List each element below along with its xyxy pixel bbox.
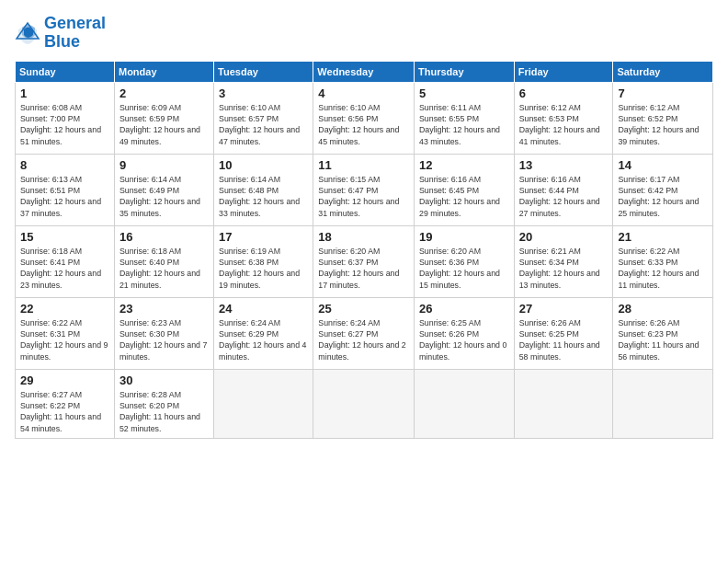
logo: General Blue: [15, 15, 106, 52]
calendar-cell: 12 Sunrise: 6:16 AM Sunset: 6:45 PM Dayl…: [414, 154, 514, 225]
calendar-cell: [613, 369, 713, 438]
calendar-cell: 20 Sunrise: 6:21 AM Sunset: 6:34 PM Dayl…: [514, 225, 613, 297]
day-info: Sunrise: 6:20 AM Sunset: 6:36 PM Dayligh…: [419, 246, 509, 291]
calendar-cell: 26 Sunrise: 6:25 AM Sunset: 6:26 PM Dayl…: [414, 297, 514, 369]
day-info: Sunrise: 6:25 AM Sunset: 6:26 PM Dayligh…: [419, 317, 509, 362]
day-info: Sunrise: 6:20 AM Sunset: 6:37 PM Dayligh…: [318, 246, 409, 291]
day-number: 11: [318, 158, 409, 172]
calendar-cell: 16 Sunrise: 6:18 AM Sunset: 6:40 PM Dayl…: [114, 225, 213, 297]
calendar-cell: [514, 369, 613, 438]
calendar-cell: 10 Sunrise: 6:14 AM Sunset: 6:48 PM Dayl…: [214, 154, 313, 225]
calendar-week-row: 8 Sunrise: 6:13 AM Sunset: 6:51 PM Dayli…: [16, 154, 713, 225]
day-info: Sunrise: 6:14 AM Sunset: 6:48 PM Dayligh…: [219, 174, 308, 219]
day-number: 2: [119, 86, 209, 100]
logo-text: General Blue: [44, 15, 106, 52]
day-number: 8: [20, 158, 109, 172]
calendar-cell: 22 Sunrise: 6:22 AM Sunset: 6:31 PM Dayl…: [16, 297, 115, 369]
day-info: Sunrise: 6:12 AM Sunset: 6:52 PM Dayligh…: [618, 102, 708, 147]
day-info: Sunrise: 6:26 AM Sunset: 6:25 PM Dayligh…: [519, 317, 609, 362]
day-number: 20: [519, 230, 609, 244]
col-sunday: Sunday: [16, 61, 115, 82]
day-info: Sunrise: 6:08 AM Sunset: 7:00 PM Dayligh…: [20, 102, 109, 147]
calendar-cell: 17 Sunrise: 6:19 AM Sunset: 6:38 PM Dayl…: [214, 225, 313, 297]
calendar-cell: 28 Sunrise: 6:26 AM Sunset: 6:23 PM Dayl…: [613, 297, 713, 369]
calendar-header-row: Sunday Monday Tuesday Wednesday Thursday…: [16, 61, 713, 82]
day-number: 12: [419, 158, 509, 172]
day-number: 21: [618, 230, 708, 244]
day-info: Sunrise: 6:22 AM Sunset: 6:31 PM Dayligh…: [20, 317, 109, 362]
calendar-cell: 21 Sunrise: 6:22 AM Sunset: 6:33 PM Dayl…: [613, 225, 713, 297]
day-number: 5: [419, 86, 509, 100]
day-info: Sunrise: 6:10 AM Sunset: 6:57 PM Dayligh…: [219, 102, 308, 147]
day-number: 27: [519, 302, 609, 316]
day-info: Sunrise: 6:18 AM Sunset: 6:40 PM Dayligh…: [119, 246, 209, 291]
col-thursday: Thursday: [414, 61, 514, 82]
day-info: Sunrise: 6:24 AM Sunset: 6:27 PM Dayligh…: [318, 317, 409, 362]
day-number: 4: [318, 86, 409, 100]
col-tuesday: Tuesday: [214, 61, 313, 82]
day-number: 30: [119, 373, 209, 387]
calendar-week-row: 29 Sunrise: 6:27 AM Sunset: 6:22 PM Dayl…: [16, 369, 713, 438]
day-info: Sunrise: 6:27 AM Sunset: 6:22 PM Dayligh…: [20, 389, 109, 434]
calendar-cell: [214, 369, 313, 438]
day-info: Sunrise: 6:13 AM Sunset: 6:51 PM Dayligh…: [20, 174, 109, 219]
col-saturday: Saturday: [613, 61, 713, 82]
calendar-cell: 13 Sunrise: 6:16 AM Sunset: 6:44 PM Dayl…: [514, 154, 613, 225]
calendar-week-row: 1 Sunrise: 6:08 AM Sunset: 7:00 PM Dayli…: [16, 82, 713, 154]
day-info: Sunrise: 6:16 AM Sunset: 6:44 PM Dayligh…: [519, 174, 609, 219]
day-info: Sunrise: 6:21 AM Sunset: 6:34 PM Dayligh…: [519, 246, 609, 291]
day-info: Sunrise: 6:19 AM Sunset: 6:38 PM Dayligh…: [219, 246, 308, 291]
day-number: 22: [20, 302, 109, 316]
calendar-cell: 9 Sunrise: 6:14 AM Sunset: 6:49 PM Dayli…: [114, 154, 213, 225]
calendar-cell: 27 Sunrise: 6:26 AM Sunset: 6:25 PM Dayl…: [514, 297, 613, 369]
calendar-cell: 11 Sunrise: 6:15 AM Sunset: 6:47 PM Dayl…: [313, 154, 415, 225]
day-number: 16: [119, 230, 209, 244]
page: General Blue Sunday Monday Tuesday Wedne…: [0, 0, 728, 563]
calendar-cell: 23 Sunrise: 6:23 AM Sunset: 6:30 PM Dayl…: [114, 297, 213, 369]
calendar-cell: 6 Sunrise: 6:12 AM Sunset: 6:53 PM Dayli…: [514, 82, 613, 154]
calendar-week-row: 15 Sunrise: 6:18 AM Sunset: 6:41 PM Dayl…: [16, 225, 713, 297]
header: General Blue: [15, 15, 713, 52]
day-number: 15: [20, 230, 109, 244]
calendar-cell: 8 Sunrise: 6:13 AM Sunset: 6:51 PM Dayli…: [16, 154, 115, 225]
day-number: 17: [219, 230, 308, 244]
calendar-cell: [414, 369, 514, 438]
day-info: Sunrise: 6:22 AM Sunset: 6:33 PM Dayligh…: [618, 246, 708, 291]
calendar-cell: 24 Sunrise: 6:24 AM Sunset: 6:29 PM Dayl…: [214, 297, 313, 369]
day-number: 6: [519, 86, 609, 100]
day-number: 24: [219, 302, 308, 316]
logo-icon: [15, 20, 40, 46]
calendar-cell: 1 Sunrise: 6:08 AM Sunset: 7:00 PM Dayli…: [16, 82, 115, 154]
calendar-week-row: 22 Sunrise: 6:22 AM Sunset: 6:31 PM Dayl…: [16, 297, 713, 369]
day-number: 19: [419, 230, 509, 244]
calendar-cell: 29 Sunrise: 6:27 AM Sunset: 6:22 PM Dayl…: [16, 369, 115, 438]
calendar-cell: 15 Sunrise: 6:18 AM Sunset: 6:41 PM Dayl…: [16, 225, 115, 297]
day-info: Sunrise: 6:24 AM Sunset: 6:29 PM Dayligh…: [219, 317, 308, 362]
calendar-cell: 3 Sunrise: 6:10 AM Sunset: 6:57 PM Dayli…: [214, 82, 313, 154]
calendar-cell: 7 Sunrise: 6:12 AM Sunset: 6:52 PM Dayli…: [613, 82, 713, 154]
day-info: Sunrise: 6:10 AM Sunset: 6:56 PM Dayligh…: [318, 102, 409, 147]
day-info: Sunrise: 6:11 AM Sunset: 6:55 PM Dayligh…: [419, 102, 509, 147]
day-info: Sunrise: 6:09 AM Sunset: 6:59 PM Dayligh…: [119, 102, 209, 147]
day-number: 7: [618, 86, 708, 100]
col-monday: Monday: [114, 61, 213, 82]
day-number: 13: [519, 158, 609, 172]
day-info: Sunrise: 6:28 AM Sunset: 6:20 PM Dayligh…: [119, 389, 209, 434]
day-info: Sunrise: 6:18 AM Sunset: 6:41 PM Dayligh…: [20, 246, 109, 291]
calendar-cell: 2 Sunrise: 6:09 AM Sunset: 6:59 PM Dayli…: [114, 82, 213, 154]
calendar-cell: 25 Sunrise: 6:24 AM Sunset: 6:27 PM Dayl…: [313, 297, 415, 369]
calendar-cell: 14 Sunrise: 6:17 AM Sunset: 6:42 PM Dayl…: [613, 154, 713, 225]
day-number: 28: [618, 302, 708, 316]
col-friday: Friday: [514, 61, 613, 82]
day-number: 25: [318, 302, 409, 316]
day-number: 3: [219, 86, 308, 100]
day-info: Sunrise: 6:12 AM Sunset: 6:53 PM Dayligh…: [519, 102, 609, 147]
day-info: Sunrise: 6:17 AM Sunset: 6:42 PM Dayligh…: [618, 174, 708, 219]
calendar-cell: [313, 369, 415, 438]
day-info: Sunrise: 6:14 AM Sunset: 6:49 PM Dayligh…: [119, 174, 209, 219]
calendar-cell: 5 Sunrise: 6:11 AM Sunset: 6:55 PM Dayli…: [414, 82, 514, 154]
calendar-cell: 4 Sunrise: 6:10 AM Sunset: 6:56 PM Dayli…: [313, 82, 415, 154]
calendar-cell: 19 Sunrise: 6:20 AM Sunset: 6:36 PM Dayl…: [414, 225, 514, 297]
day-info: Sunrise: 6:23 AM Sunset: 6:30 PM Dayligh…: [119, 317, 209, 362]
day-number: 29: [20, 373, 109, 387]
